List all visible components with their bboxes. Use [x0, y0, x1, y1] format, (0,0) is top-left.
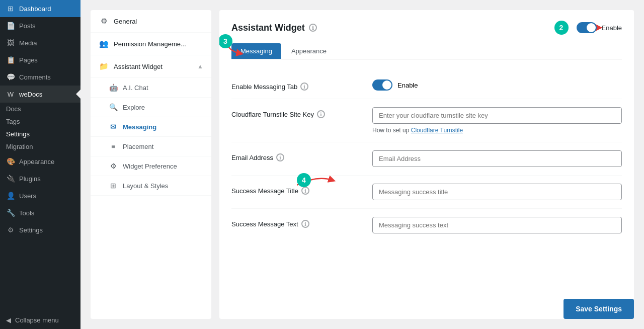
save-button[interactable]: Save Settings	[564, 299, 634, 319]
panel-subitem-widget-pref[interactable]: ⚙ Widget Preference	[91, 156, 211, 176]
cloudflare-input[interactable]	[372, 107, 622, 124]
tools-icon: 🔧	[6, 208, 15, 217]
tab-appearance[interactable]: Appearance	[282, 43, 336, 59]
panel-subitem-label: Messaging	[123, 123, 156, 131]
sidebar-item-wedocs[interactable]: W weDocs	[0, 86, 80, 103]
panel-subitem-label: Explore	[123, 104, 145, 111]
panel-item-label: General	[114, 18, 137, 25]
panel-subitem-label: Placement	[123, 143, 153, 150]
panel-item-label: Permission Manageme...	[114, 40, 186, 48]
comments-icon: 💬	[6, 72, 15, 81]
form-row-cloudflare: Cloudflare Turnstile Site Key ℹ How to s…	[231, 99, 622, 142]
email-input[interactable]	[372, 150, 622, 167]
sidebar-item-label: Dashboard	[19, 5, 51, 13]
email-label: Email Address ℹ	[231, 150, 362, 161]
panel-subitem-label: Layout & Styles	[123, 182, 168, 190]
panel-header: Assistant Widget ℹ 2	[231, 22, 622, 33]
pages-icon: 📋	[6, 55, 15, 64]
enable-messaging-info-icon[interactable]: ℹ	[300, 83, 308, 91]
cloudflare-link[interactable]: Cloudflare Turnstile	[411, 127, 463, 134]
expand-icon: ▲	[197, 63, 203, 70]
enable-messaging-value: Enable	[397, 81, 418, 89]
badge-4: 4	[297, 173, 311, 187]
sidebar-item-label: Posts	[19, 22, 36, 30]
dashboard-icon: ⊞	[6, 4, 15, 13]
collapse-menu[interactable]: ◀ Collapse menu	[0, 311, 80, 329]
sidebar-item-plugins[interactable]: 🔌 Plugins	[0, 170, 80, 187]
sidebar-item-label: weDocs	[19, 91, 42, 98]
form-row-enable-messaging: Enable Messaging Tab ℹ Enable	[231, 71, 622, 99]
sidebar-item-comments[interactable]: 💬 Comments	[0, 68, 80, 86]
sidebar-subitem-settings[interactable]: Settings	[0, 128, 80, 140]
sidebar-item-appearance[interactable]: 🎨 Appearance	[0, 153, 80, 170]
tab-label: Appearance	[291, 47, 327, 55]
success-title-info-icon[interactable]: ℹ	[301, 187, 309, 195]
panel-subitem-messaging[interactable]: ✉ Messaging	[91, 117, 211, 137]
sidebar-subitem-label: Docs	[6, 105, 21, 113]
success-text-info-icon[interactable]: ℹ	[301, 220, 309, 228]
panel-item-permission[interactable]: 👥 Permission Manageme...	[91, 33, 211, 55]
sidebar-item-tools[interactable]: 🔧 Tools	[0, 204, 80, 221]
permission-icon: 👥	[99, 39, 109, 49]
success-title-field	[372, 184, 622, 200]
sidebar-subitem-tags[interactable]: Tags	[0, 115, 80, 128]
panel-subitem-placement[interactable]: ≡ Placement	[91, 137, 211, 156]
main-content: 1 ⚙ General 👥 Permission Manageme... 📁 A…	[80, 0, 644, 329]
panel-item-assistant[interactable]: 📁 Assistant Widget ▲	[91, 55, 211, 78]
sidebar-item-label: Tools	[19, 209, 34, 217]
sidebar-item-posts[interactable]: 📄 Posts	[0, 17, 80, 34]
messaging-icon: ✉	[109, 122, 118, 131]
sidebar-item-users[interactable]: 👤 Users	[0, 187, 80, 204]
plugins-icon: 🔌	[6, 174, 15, 183]
enable-toggle[interactable]	[577, 22, 597, 33]
cloudflare-hint: How to set up Cloudflare Turnstile	[372, 127, 622, 134]
panel-item-label: Assistant Widget	[114, 63, 163, 70]
settings-icon: ⚙	[6, 225, 15, 234]
enable-messaging-label: Enable Messaging Tab ℹ	[231, 79, 362, 91]
panel-subitem-layout-styles[interactable]: ⊞ Layout & Styles	[91, 176, 211, 196]
enable-messaging-toggle[interactable]	[372, 79, 392, 91]
badge-2: 2	[554, 21, 569, 35]
panel-item-general[interactable]: ⚙ General	[91, 10, 211, 33]
wedocs-active-indicator	[76, 90, 80, 99]
sidebar-item-media[interactable]: 🖼 Media	[0, 34, 80, 51]
general-icon: ⚙	[99, 16, 109, 26]
panel-subitem-label: Widget Preference	[123, 162, 177, 170]
success-text-label: Success Message Text ℹ	[231, 217, 362, 228]
form-row-success-title: Success Message Title ℹ	[231, 176, 622, 209]
success-text-field	[372, 217, 622, 233]
sidebar-item-label: Users	[19, 192, 36, 200]
collapse-label: Collapse menu	[15, 316, 59, 324]
sidebar-subitem-migration[interactable]: Migration	[0, 140, 80, 153]
sidebar-item-label: Comments	[19, 73, 51, 81]
collapse-icon: ◀	[6, 316, 11, 324]
cloudflare-label: Cloudflare Turnstile Site Key ℹ	[231, 107, 362, 118]
enable-messaging-field: Enable	[372, 79, 622, 91]
panel-subitem-explore[interactable]: 🔍 Explore	[91, 98, 211, 117]
sidebar-subitem-label: Migration	[6, 143, 33, 150]
sidebar: ⊞ Dashboard 📄 Posts 🖼 Media 📋 Pages 💬 Co…	[0, 0, 80, 329]
sidebar-item-label: Pages	[19, 56, 38, 64]
sidebar-item-settings[interactable]: ⚙ Settings	[0, 221, 80, 238]
sidebar-item-dashboard[interactable]: ⊞ Dashboard	[0, 0, 80, 17]
success-title-input[interactable]	[372, 184, 622, 200]
annotation-3: 3	[222, 38, 248, 58]
title-info-icon[interactable]: ℹ	[309, 24, 317, 32]
widget-title: Assistant Widget ℹ	[231, 23, 317, 33]
sidebar-subitem-docs[interactable]: Docs	[0, 103, 80, 115]
placement-icon: ≡	[109, 142, 118, 151]
tabs: 3 Messaging Appearance	[231, 43, 622, 59]
wedocs-icon: W	[6, 90, 15, 99]
form-row-success-text: Success Message Text ℹ	[231, 209, 622, 241]
assistant-icon: 📁	[99, 61, 109, 71]
panel-subitem-ai-chat[interactable]: 🤖 A.I. Chat	[91, 78, 211, 98]
media-icon: 🖼	[6, 38, 15, 47]
header-right: 2 Enable	[556, 22, 622, 33]
sidebar-item-pages[interactable]: 📋 Pages	[0, 51, 80, 68]
cloudflare-info-icon[interactable]: ℹ	[317, 110, 325, 118]
success-text-input[interactable]	[372, 217, 622, 233]
sidebar-item-label: Settings	[19, 226, 43, 234]
sidebar-subitem-label: Settings	[6, 130, 30, 138]
email-info-icon[interactable]: ℹ	[276, 153, 284, 161]
email-field	[372, 150, 622, 167]
